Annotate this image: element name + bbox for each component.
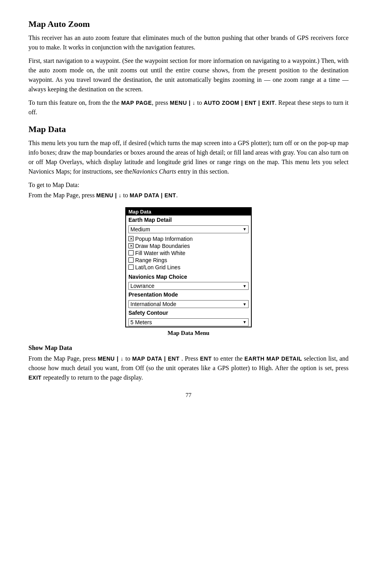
popup-map-info-check-box [128, 236, 134, 241]
presentation-mode-dropdown[interactable]: International Mode ▼ [128, 300, 249, 308]
presentation-mode-label: Presentation Mode [126, 290, 251, 300]
ent-keyword: ENT [200, 355, 212, 362]
menu-caption: Map Data Menu [168, 330, 209, 337]
map-auto-zoom-title: Map Auto Zoom [28, 19, 349, 29]
map-data-ent2-keyword: MAP DATA | ENT [132, 355, 179, 362]
map-data-title: Map Data [28, 124, 349, 134]
map-auto-zoom-instruction: To turn this feature on, from the the MA… [28, 98, 349, 117]
earth-map-detail-dropdown[interactable]: Medium ▼ [128, 225, 249, 233]
range-rings-label: Range Rings [135, 257, 167, 263]
presentation-mode-select-row[interactable]: International Mode ▼ [126, 300, 251, 308]
presentation-mode-value: International Mode [130, 301, 176, 307]
safety-contour-arrow: ▼ [243, 320, 247, 324]
exit-keyword: EXIT [28, 374, 41, 381]
map-auto-zoom-para1: This receiver has an auto zoom feature t… [28, 33, 349, 52]
navionics-charts-italic: Navionics Charts [132, 168, 176, 175]
popup-map-info-label: Popup Map Information [135, 236, 193, 242]
map-data-para1: This menu lets you turn the map off, if … [28, 138, 349, 176]
fill-water-check-box [128, 250, 134, 255]
to-get-map-data: To get to Map Data: [28, 180, 349, 190]
safety-contour-dropdown[interactable]: 5 Meters ▼ [128, 318, 249, 326]
from-map-page: From the Map Page, press MENU | ↓ to MAP… [28, 191, 349, 200]
navionics-map-choice-label: Navionics Map Choice [126, 272, 251, 282]
fill-water-checkbox[interactable]: Fill Water with White [126, 250, 251, 257]
lat-lon-grid-check-box [128, 265, 134, 270]
show-map-data-title: Show Map Data [28, 344, 349, 352]
draw-map-boundaries-check-box [128, 243, 134, 248]
show-map-data-para: From the Map Page, press MENU | ↓ to MAP… [28, 354, 349, 382]
menu-down2-keyword: MENU | ↓ [96, 192, 122, 199]
map-data-menu-container: Map Data Earth Map Detail Medium ▼ Popup… [28, 207, 349, 342]
presentation-mode-arrow: ▼ [243, 302, 247, 306]
safety-contour-label: Safety Contour [126, 308, 251, 318]
safety-contour-value: 5 Meters [130, 319, 152, 325]
earth-map-detail-keyword: EARTH MAP DETAIL [245, 355, 302, 362]
auto-zoom-keyword: AUTO ZOOM | ENT | EXIT [204, 100, 275, 106]
navionics-arrow: ▼ [243, 284, 247, 288]
instruction-text: To turn this feature on, from the [28, 99, 110, 106]
map-data-text2: entry in this section. [176, 168, 229, 175]
map-data-menu-box: Map Data Earth Map Detail Medium ▼ Popup… [125, 207, 252, 327]
map-data-ent-keyword: MAP DATA | ENT [130, 192, 176, 199]
draw-map-boundaries-checkbox[interactable]: Draw Map Boundaries [126, 242, 251, 250]
lat-lon-grid-label: Lat/Lon Grid Lines [135, 264, 180, 270]
earth-map-detail-value: Medium [130, 226, 150, 233]
menu-down-keyword: MENU | ↓ [170, 100, 196, 106]
navionics-dropdown[interactable]: Lowrance ▼ [128, 282, 249, 290]
safety-contour-select-row[interactable]: 5 Meters ▼ [126, 318, 251, 327]
page-number: 77 [28, 392, 349, 399]
menu-title-bar: Map Data [126, 208, 251, 216]
map-auto-zoom-para2: First, start navigation to a waypoint. (… [28, 56, 349, 94]
lat-lon-grid-checkbox[interactable]: Lat/Lon Grid Lines [126, 264, 251, 271]
menu-down3-keyword: MENU | ↓ [98, 355, 123, 362]
popup-map-info-checkbox[interactable]: Popup Map Information [126, 235, 251, 242]
range-rings-check-box [128, 257, 134, 263]
navionics-value: Lowrance [130, 283, 155, 289]
earth-map-detail-arrow: ▼ [243, 227, 247, 231]
range-rings-checkbox[interactable]: Range Rings [126, 257, 251, 264]
draw-map-boundaries-label: Draw Map Boundaries [135, 243, 190, 249]
navionics-select-row[interactable]: Lowrance ▼ [126, 282, 251, 290]
earth-map-detail-label: Earth Map Detail [126, 216, 251, 225]
map-page-keyword: MAP PAGE [121, 100, 152, 106]
fill-water-label: Fill Water with White [135, 250, 185, 256]
earth-map-detail-select[interactable]: Medium ▼ [126, 225, 251, 234]
